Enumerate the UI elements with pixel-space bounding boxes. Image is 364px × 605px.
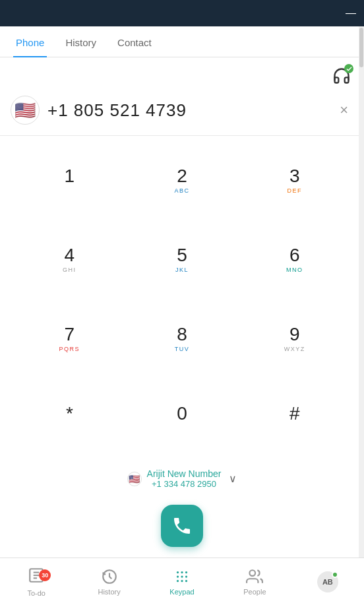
svg-point-10 <box>185 575 187 577</box>
scrollbar[interactable] <box>359 26 364 557</box>
ab-status-dot <box>332 571 338 578</box>
dial-key-star[interactable]: * <box>13 379 126 458</box>
todo-icon-wrap: 30 <box>28 567 45 587</box>
headset-area <box>0 57 364 90</box>
svg-point-6 <box>181 571 183 573</box>
dial-main-1: 1 <box>65 166 75 187</box>
scrollbar-thumb <box>359 28 363 67</box>
dial-sub-5: JKL <box>175 267 189 274</box>
top-bar: — <box>0 0 364 26</box>
headset-icon[interactable] <box>330 64 353 88</box>
nav-item-keypad[interactable]: Keypad <box>146 563 218 601</box>
dial-key-6[interactable]: 6 MNO <box>238 220 351 300</box>
svg-point-13 <box>185 579 187 581</box>
dial-sub-3: DEF <box>287 187 302 195</box>
nav-item-todo[interactable]: 30 To-do <box>0 561 73 602</box>
history-icon <box>101 568 118 585</box>
clear-button[interactable]: × <box>334 99 353 121</box>
chevron-down-icon: ∨ <box>229 472 237 485</box>
dial-key-9[interactable]: 9 WXYZ <box>238 300 351 379</box>
keypad-icon <box>173 568 191 585</box>
dial-key-3[interactable]: 3 DEF <box>238 141 351 220</box>
contact-name: Arijit New Number <box>147 468 222 479</box>
contact-flag: 🇺🇸 <box>127 472 142 486</box>
dial-main-4: 4 <box>65 245 75 266</box>
tab-phone[interactable]: Phone <box>13 26 47 57</box>
dial-main-star: * <box>66 404 73 424</box>
dial-sub-8: TUV <box>175 346 190 354</box>
dial-key-1[interactable]: 1 <box>13 141 126 220</box>
phone-display: 🇺🇸 +1 805 521 4739 × <box>0 90 364 136</box>
dial-key-hash[interactable]: # <box>238 379 351 458</box>
contact-info: Arijit New Number +1 334 478 2950 <box>147 468 222 489</box>
dial-main-5: 5 <box>177 245 187 266</box>
tab-bar: Phone History Contact <box>0 26 364 57</box>
dial-main-8: 8 <box>177 325 187 345</box>
nav-label-todo: To-do <box>27 589 46 597</box>
nav-item-history[interactable]: History <box>73 563 145 601</box>
phone-icon <box>171 515 193 536</box>
nav-item-ab[interactable]: AB <box>291 566 364 598</box>
check-icon <box>346 66 352 72</box>
dial-key-2[interactable]: 2 ABC <box>126 141 239 220</box>
svg-point-8 <box>177 575 179 577</box>
svg-point-7 <box>185 571 187 573</box>
nav-item-people[interactable]: People <box>218 563 291 601</box>
phone-number: +1 805 521 4739 <box>47 100 326 121</box>
bottom-nav: 30 To-do History <box>0 557 364 605</box>
dial-sub-4: GHI <box>63 267 76 274</box>
svg-point-11 <box>177 579 179 581</box>
dial-sub-2: ABC <box>174 187 189 195</box>
dial-key-7[interactable]: 7 PQRS <box>13 300 126 379</box>
dial-main-7: 7 <box>65 325 75 345</box>
dial-sub-7: PQRS <box>59 346 80 354</box>
dial-main-3: 3 <box>289 166 300 187</box>
ab-avatar: AB <box>317 571 338 592</box>
call-button-area <box>0 498 364 557</box>
dial-key-5[interactable]: 5 JKL <box>126 220 239 300</box>
headset-status-badge <box>344 64 353 73</box>
minimize-button[interactable]: — <box>346 7 356 19</box>
dial-key-0[interactable]: 0 <box>126 379 239 458</box>
dial-key-4[interactable]: 4 GHI <box>13 220 126 300</box>
todo-badge: 30 <box>39 569 51 581</box>
dial-sub-9: WXYZ <box>284 346 305 354</box>
call-button[interactable] <box>161 505 203 547</box>
nav-label-history: History <box>98 588 120 596</box>
dial-sub-6: MNO <box>286 267 303 274</box>
dial-main-hash: # <box>289 404 300 424</box>
dial-main-0: 0 <box>177 404 187 424</box>
dial-main-2: 2 <box>177 166 187 187</box>
dial-key-8[interactable]: 8 TUV <box>126 300 239 379</box>
svg-point-12 <box>181 579 183 581</box>
svg-point-9 <box>181 575 183 577</box>
nav-label-people: People <box>243 588 266 596</box>
svg-point-5 <box>177 571 179 573</box>
people-icon <box>246 568 263 585</box>
svg-point-14 <box>250 570 256 576</box>
dial-main-6: 6 <box>289 245 300 266</box>
contact-suggestion[interactable]: 🇺🇸 Arijit New Number +1 334 478 2950 ∨ <box>0 463 364 498</box>
ab-initials: AB <box>322 578 333 586</box>
main-container: Phone History Contact 🇺🇸 +1 805 521 4739… <box>0 26 364 605</box>
dial-main-9: 9 <box>289 325 300 345</box>
tab-contact[interactable]: Contact <box>115 26 154 57</box>
contact-number: +1 334 478 2950 <box>152 479 216 489</box>
tab-history[interactable]: History <box>63 26 99 57</box>
dialpad: 1 2 ABC 3 DEF 4 GHI 5 JKL 6 MNO 7 PQRS <box>0 136 364 463</box>
country-flag[interactable]: 🇺🇸 <box>11 96 40 125</box>
nav-label-keypad: Keypad <box>169 588 194 596</box>
